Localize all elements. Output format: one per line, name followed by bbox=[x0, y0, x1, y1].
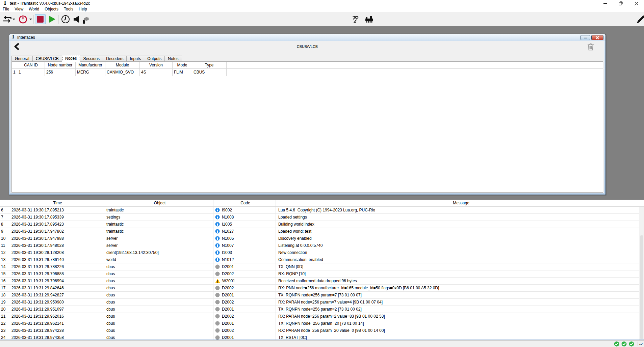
tab-general[interactable]: General bbox=[11, 56, 33, 62]
log-row[interactable]: 242026-03-31 19:31:29.974358cbusD2001TX:… bbox=[0, 334, 639, 340]
log-row[interactable]: 202026-03-31 19:31:29.951097cbusD2001TX:… bbox=[0, 306, 639, 313]
power-icon[interactable] bbox=[18, 14, 28, 24]
menu-item-objects[interactable]: Objects bbox=[42, 7, 61, 12]
log-object: traintastic bbox=[104, 228, 213, 235]
log-row[interactable]: 172026-03-31 19:31:29.842646cbusD2002RX:… bbox=[0, 285, 639, 292]
log-row[interactable]: 182026-03-31 19:31:29.942827cbusD2001TX:… bbox=[0, 292, 639, 299]
log-object: cbus bbox=[104, 313, 213, 320]
log-row[interactable]: 212026-03-31 19:31:29.962016cbusD2002RX:… bbox=[0, 313, 639, 320]
tab-notes[interactable]: Notes bbox=[164, 56, 182, 62]
log-row[interactable]: 82026-03-31 19:30:17.895423traintasticI1… bbox=[0, 221, 639, 228]
log-code-text: N1005 bbox=[222, 235, 234, 242]
log-row[interactable]: 132026-03-31 19:31:29.786140worldN1012Co… bbox=[0, 256, 639, 263]
log-message: Building world index bbox=[276, 221, 639, 228]
tab-decoders[interactable]: Decoders bbox=[103, 56, 127, 62]
nodes-table-header: CAN IDNode numberManufacturerModuleVersi… bbox=[12, 62, 603, 69]
log-row-number: 9 bbox=[0, 228, 9, 235]
menu-item-file[interactable]: File bbox=[0, 7, 12, 12]
log-row[interactable]: 122026-03-31 19:30:29.128208client[192.1… bbox=[0, 249, 639, 256]
steam-icon[interactable] bbox=[81, 14, 91, 24]
log-scrollbar[interactable] bbox=[639, 207, 644, 340]
log-code: D2002 bbox=[213, 270, 276, 277]
train-icon[interactable] bbox=[364, 14, 374, 24]
stop-icon[interactable] bbox=[35, 14, 46, 24]
log-time: 2026-03-31 19:30:17.895213 bbox=[9, 207, 104, 213]
menu-item-help[interactable]: Help bbox=[76, 7, 90, 12]
table-row[interactable]: 11256MERGCANMIO_SVO4SFLiMCBUS bbox=[12, 69, 603, 76]
log-object: cbus bbox=[104, 292, 213, 298]
close-button[interactable] bbox=[628, 0, 644, 7]
log-row[interactable]: 102026-03-31 19:30:17.947988serverN1005D… bbox=[0, 235, 639, 242]
log-object: settings bbox=[104, 214, 213, 221]
log-code: I1005 bbox=[213, 221, 276, 228]
node-cell: 1 bbox=[17, 69, 45, 76]
interfaces-close-button[interactable] bbox=[591, 35, 603, 40]
interfaces-titlebar[interactable]: I Interfaces bbox=[9, 34, 606, 41]
log-row-number: 18 bbox=[0, 292, 9, 298]
log-row[interactable]: 62026-03-31 19:30:17.895213traintasticI9… bbox=[0, 207, 639, 214]
swap-arrows-icon[interactable] bbox=[2, 14, 12, 24]
nodes-table[interactable]: CAN IDNode numberManufacturerModuleVersi… bbox=[11, 61, 603, 193]
log-panel[interactable]: TimeObjectCodeMessage 62026-03-31 19:30:… bbox=[0, 200, 644, 340]
tab-sessions[interactable]: Sessions bbox=[80, 56, 103, 62]
log-row-number: 16 bbox=[0, 278, 9, 284]
tab-nodes[interactable]: Nodes bbox=[62, 55, 80, 62]
row-number: 1 bbox=[12, 69, 17, 76]
tab-outputs[interactable]: Outputs bbox=[144, 56, 165, 62]
speaker-icon[interactable] bbox=[72, 14, 81, 24]
log-code-text: D2001 bbox=[222, 320, 234, 327]
minimize-button[interactable] bbox=[597, 0, 613, 7]
debug-icon bbox=[215, 307, 220, 312]
interfaces-minimize-button[interactable] bbox=[581, 35, 590, 40]
swap-arrows-dropdown[interactable] bbox=[12, 14, 16, 24]
log-time: 2026-03-31 19:31:29.786140 bbox=[9, 256, 104, 263]
play-icon[interactable] bbox=[47, 14, 57, 24]
log-message: TX: RSTAT [0C] bbox=[276, 334, 639, 340]
log-message: Listening at 0.0.0.0:5740 bbox=[276, 242, 639, 249]
interfaces-window: I Interfaces CBUS/VLCB bbox=[9, 34, 606, 195]
power-dropdown[interactable] bbox=[29, 14, 32, 24]
pantograph-icon[interactable] bbox=[352, 14, 362, 24]
log-code: N1007 bbox=[213, 242, 276, 249]
log-scrollbar-thumb[interactable] bbox=[640, 235, 643, 339]
log-object: server bbox=[104, 242, 213, 249]
clock-icon[interactable] bbox=[60, 14, 71, 24]
menu-item-world[interactable]: World bbox=[26, 7, 42, 12]
nodes-column-header: Module bbox=[105, 62, 140, 69]
log-code: D2002 bbox=[213, 285, 276, 291]
nodes-column-header: Node number bbox=[45, 62, 76, 69]
menu-item-view[interactable]: View bbox=[12, 7, 26, 12]
log-code: D2002 bbox=[213, 313, 276, 320]
log-column-header: Code bbox=[213, 200, 276, 206]
log-time: 2026-03-31 19:31:29.796994 bbox=[9, 278, 104, 284]
log-row[interactable]: 162026-03-31 19:31:29.796994cbusW2001Rec… bbox=[0, 278, 639, 285]
log-code: D2002 bbox=[213, 327, 276, 334]
log-row[interactable]: 222026-03-31 19:31:29.962141cbusD2001TX:… bbox=[0, 320, 639, 327]
log-code: D2001 bbox=[213, 263, 276, 270]
log-row[interactable]: 72026-03-31 19:30:17.895339settingsN1008… bbox=[0, 214, 639, 221]
status-ok-icon bbox=[621, 341, 627, 347]
log-row[interactable]: 112026-03-31 19:30:17.948028serverN1007L… bbox=[0, 242, 639, 249]
restore-button[interactable] bbox=[613, 0, 628, 7]
log-object: cbus bbox=[104, 327, 213, 334]
tab-cbus-vlcb[interactable]: CBUS/VLCB bbox=[32, 56, 62, 62]
log-object: cbus bbox=[104, 270, 213, 277]
debug-icon bbox=[215, 328, 220, 333]
debug-icon bbox=[215, 286, 220, 290]
log-time: 2026-03-31 19:31:29.942827 bbox=[9, 292, 104, 298]
log-code-text: D2001 bbox=[222, 263, 234, 270]
pencil-icon[interactable] bbox=[636, 14, 644, 24]
log-row-number: 6 bbox=[0, 207, 9, 213]
tab-inputs[interactable]: Inputs bbox=[126, 56, 144, 62]
interfaces-content: CBUS/VLCB GeneralCBUS/VLCBNodesSessionsD… bbox=[10, 41, 604, 193]
trash-icon[interactable] bbox=[587, 42, 595, 51]
log-code-text: D2001 bbox=[222, 292, 234, 298]
log-row[interactable]: 232026-03-31 19:31:29.974238cbusD2002RX:… bbox=[0, 327, 639, 334]
log-time: 2026-03-31 19:30:17.947988 bbox=[9, 235, 104, 242]
menu-item-tools[interactable]: Tools bbox=[61, 7, 76, 12]
log-row[interactable]: 142026-03-31 19:31:29.788226cbusD2001TX:… bbox=[0, 263, 639, 270]
log-row[interactable]: 152026-03-31 19:31:29.796888cbusD2002RX:… bbox=[0, 270, 639, 278]
log-row[interactable]: 192026-03-31 19:31:29.950980cbusD2002RX:… bbox=[0, 299, 639, 306]
log-row[interactable]: 92026-03-31 19:30:17.947802traintasticN1… bbox=[0, 228, 639, 235]
log-code-text: D2001 bbox=[222, 306, 234, 313]
